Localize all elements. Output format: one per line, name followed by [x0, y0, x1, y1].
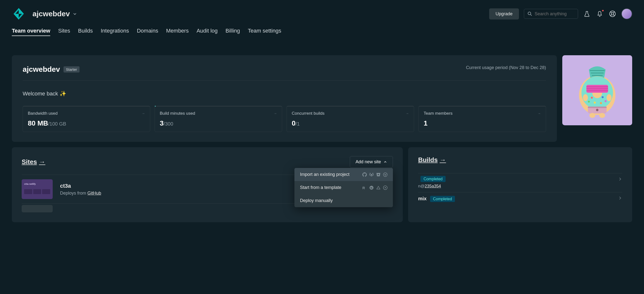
builds-panel: Builds → Completed n@235a354	[408, 147, 632, 222]
metric-label: Concurrent builds	[292, 111, 324, 116]
build-row[interactable]: Completed n@235a354	[418, 173, 622, 192]
svg-rect-22	[588, 106, 606, 108]
tab-builds[interactable]: Builds	[78, 28, 93, 36]
team-selector[interactable]: ajcwebdev	[32, 10, 77, 18]
tab-team-overview[interactable]: Team overview	[12, 28, 50, 36]
arrow-right-icon: →	[39, 158, 45, 166]
svg-point-3	[611, 13, 614, 15]
azure-icon	[383, 172, 388, 177]
metric-concurrent-builds[interactable]: Concurrent builds → 0/1	[286, 106, 414, 132]
metric-label: Build minutes used	[160, 111, 195, 116]
nuxt-icon	[376, 186, 380, 190]
gitlab-icon	[369, 172, 374, 177]
notifications-button[interactable]	[596, 10, 604, 18]
nav-tabs: Team overview Sites Builds Integrations …	[12, 28, 632, 41]
svg-point-18	[600, 102, 602, 104]
lifebuoy-icon	[609, 10, 616, 17]
dropdown-import-project[interactable]: Import an existing project	[294, 168, 393, 181]
bitbucket-icon	[376, 172, 380, 177]
svg-line-4	[610, 12, 612, 13]
metric-value: 3	[160, 119, 164, 127]
add-new-site-button[interactable]: Add new site	[350, 156, 393, 168]
dropdown-start-template[interactable]: Start from a template R N	[294, 181, 393, 194]
builds-heading-label: Builds	[418, 156, 438, 164]
metric-bandwidth[interactable]: Bandwidth used → 80 MB/100 GB	[23, 106, 150, 132]
search-icon	[528, 11, 532, 17]
plan-badge: Starter	[64, 66, 80, 73]
svg-point-2	[610, 11, 615, 17]
team-selector-label: ajcwebdev	[32, 10, 70, 18]
site-deploys-from: Deploys from GitHub	[60, 191, 101, 196]
svg-point-28	[384, 173, 388, 177]
thumb-title: ct3a netlify	[24, 183, 50, 185]
commit-link[interactable]: 235a354	[425, 184, 441, 188]
welcome-text: Welcome back ✨	[23, 90, 546, 97]
search-input[interactable]	[535, 11, 574, 17]
github-link[interactable]: GitHub	[88, 191, 101, 196]
tab-team-settings[interactable]: Team settings	[248, 28, 282, 36]
overview-card: ajcwebdev Starter Current usage period (…	[12, 55, 557, 142]
status-badge: Completed	[420, 176, 445, 182]
svg-point-24	[583, 94, 588, 101]
svg-point-19	[588, 101, 590, 103]
flask-icon	[584, 11, 590, 17]
tab-integrations[interactable]: Integrations	[101, 28, 129, 36]
status-badge: Completed	[430, 196, 455, 202]
remix-icon: R	[362, 186, 367, 190]
netlify-logo[interactable]	[12, 7, 26, 21]
svg-point-33	[385, 187, 386, 188]
arrow-right-icon: →	[274, 111, 277, 115]
upgrade-button[interactable]: Upgrade	[489, 8, 519, 20]
dropdown-import-label: Import an existing project	[300, 172, 349, 177]
svg-line-6	[610, 15, 612, 16]
svg-point-23	[596, 109, 598, 111]
svg-line-5	[614, 12, 615, 13]
tab-members[interactable]: Members	[166, 28, 189, 36]
chevron-right-icon	[618, 177, 622, 181]
svg-point-27	[599, 113, 605, 118]
search-box[interactable]	[524, 9, 578, 19]
svg-text:N: N	[370, 186, 372, 189]
site-thumbnail	[22, 205, 53, 212]
branch-prefix: n@	[418, 184, 425, 188]
svg-line-7	[614, 15, 615, 16]
svg-point-17	[594, 102, 596, 104]
tab-sites[interactable]: Sites	[58, 28, 70, 36]
svg-point-16	[602, 96, 604, 98]
chevron-up-icon	[383, 160, 387, 164]
metric-limit: /1	[296, 121, 300, 126]
site-thumbnail: ct3a netlify	[22, 179, 53, 199]
svg-text:R: R	[362, 186, 365, 190]
tab-domains[interactable]: Domains	[137, 28, 158, 36]
user-avatar[interactable]	[621, 8, 632, 19]
build-row[interactable]: mix Completed	[418, 192, 622, 205]
build-name-suffix: mix	[418, 196, 426, 201]
metric-limit: /300	[164, 121, 173, 126]
help-button[interactable]	[608, 10, 616, 18]
chevron-right-icon	[618, 196, 622, 200]
metric-limit: /100 GB	[48, 121, 66, 126]
tab-billing[interactable]: Billing	[226, 28, 240, 36]
sites-panel: Sites → Add new site Import an existing …	[12, 147, 403, 222]
team-name: ajcwebdev	[23, 65, 60, 74]
svg-point-25	[606, 94, 612, 101]
builds-heading-link[interactable]: Builds →	[418, 156, 446, 164]
metric-value: 80 MB	[28, 119, 48, 127]
nextjs-icon: N	[369, 186, 374, 190]
tab-audit-log[interactable]: Audit log	[196, 28, 218, 36]
arrow-right-icon: →	[406, 111, 409, 115]
svg-point-26	[589, 113, 595, 118]
github-icon	[362, 172, 367, 177]
svg-point-0	[528, 12, 531, 15]
metric-value: 0	[292, 119, 296, 127]
labs-button[interactable]	[583, 10, 591, 18]
metric-build-minutes[interactable]: Build minutes used → 3/300	[154, 106, 282, 132]
dropdown-deploy-manually[interactable]: Deploy manually	[294, 194, 393, 207]
usage-period: Current usage period (Nov 28 to Dec 28)	[466, 65, 546, 70]
sites-heading-link[interactable]: Sites →	[22, 158, 45, 166]
add-site-dropdown: Import an existing project Start from a …	[294, 168, 393, 207]
svg-point-15	[591, 97, 593, 99]
metric-team-members[interactable]: Team members → 1	[418, 106, 546, 132]
add-site-label: Add new site	[356, 159, 381, 165]
team-avatar-card[interactable]	[562, 55, 632, 125]
